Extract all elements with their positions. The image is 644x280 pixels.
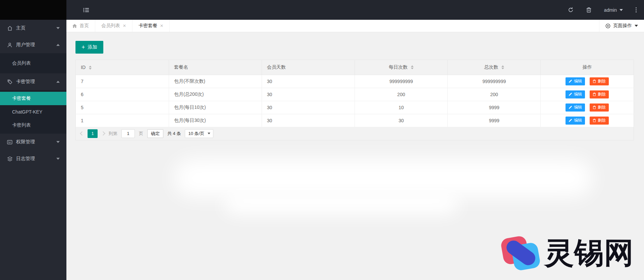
cell-total-count: 999999999 bbox=[448, 75, 541, 88]
cell-actions: 编辑 删除 bbox=[541, 101, 634, 114]
pencil-icon bbox=[569, 106, 572, 109]
pagination-bar: 1 到第 页 确定 共 4 条 10 条/页 bbox=[76, 127, 634, 140]
page-operations-label: 页面操作 bbox=[613, 23, 632, 29]
pencil-icon bbox=[569, 92, 572, 96]
chevron-down-icon bbox=[56, 141, 60, 143]
delete-button[interactable]: 删除 bbox=[590, 90, 609, 98]
sidebar-item-card-plan[interactable]: 卡密套餐 bbox=[0, 92, 66, 105]
confirm-button[interactable]: 确定 bbox=[147, 129, 163, 138]
sidebar-item-card-list[interactable]: 卡密列表 bbox=[0, 119, 66, 132]
close-icon[interactable]: ✕ bbox=[160, 23, 163, 28]
sidebar-item-member-list[interactable]: 会员列表 bbox=[0, 55, 66, 72]
edit-button[interactable]: 编辑 bbox=[566, 90, 585, 98]
chevron-down-icon bbox=[620, 9, 623, 11]
col-header-daily-count[interactable]: 每日次数 bbox=[355, 60, 447, 75]
cell-plan-name: 包月(每日30次) bbox=[169, 114, 262, 127]
chevron-up-icon bbox=[56, 81, 60, 83]
cell-member-days: 30 bbox=[262, 75, 355, 88]
close-icon[interactable]: ✕ bbox=[123, 23, 126, 28]
tab-card-plan[interactable]: 卡密套餐 ✕ bbox=[132, 20, 170, 32]
sort-icon[interactable] bbox=[501, 65, 504, 69]
pencil-icon bbox=[569, 119, 572, 122]
more-vertical-icon[interactable] bbox=[636, 7, 637, 12]
blur-overlay bbox=[224, 191, 459, 215]
cell-daily-count: 999999999 bbox=[355, 75, 447, 88]
plus-icon: + bbox=[82, 44, 85, 50]
home-icon bbox=[72, 24, 77, 28]
main-area: 首页 会员列表 ✕ 卡密套餐 ✕ 页面操作 + 添加 bbox=[66, 20, 644, 280]
col-header-actions: 操作 bbox=[541, 60, 634, 75]
current-page-button[interactable]: 1 bbox=[88, 129, 98, 138]
col-header-total-count[interactable]: 总次数 bbox=[448, 60, 541, 75]
edit-button[interactable]: 编辑 bbox=[566, 117, 585, 125]
page-size-value: 10 条/页 bbox=[188, 131, 204, 137]
sidebar-item-home[interactable]: 主页 bbox=[0, 20, 66, 37]
trash-icon bbox=[593, 106, 596, 109]
tab-member-list[interactable]: 会员列表 ✕ bbox=[95, 20, 132, 32]
col-header-member-days: 会员天数 bbox=[262, 60, 355, 75]
watermark-logo: 灵锡网 bbox=[502, 236, 634, 270]
cell-plan-name: 包月(总200次) bbox=[169, 88, 262, 101]
trash-icon[interactable] bbox=[586, 7, 591, 13]
sidebar-item-permission-management[interactable]: 权限管理 bbox=[0, 134, 66, 150]
sidebar: 主页 用户管理 会员列表 卡密管理 卡密套餐 bbox=[0, 20, 66, 280]
col-header-id[interactable]: ID bbox=[76, 60, 169, 75]
cell-daily-count: 30 bbox=[355, 114, 447, 127]
sidebar-logo-area bbox=[0, 0, 66, 20]
table-row: 6 包月(总200次) 30 200 200 编辑 删除 bbox=[76, 88, 634, 101]
prev-page-icon[interactable] bbox=[80, 131, 84, 136]
sidebar-item-card-management[interactable]: 卡密管理 bbox=[0, 73, 66, 90]
add-button[interactable]: + 添加 bbox=[75, 41, 103, 54]
sort-icon[interactable] bbox=[411, 65, 414, 69]
content-area: + 添加 ID 套餐名 会员天数 每日次数 bbox=[66, 32, 644, 280]
table-row: 5 包月(每日10次) 30 10 9999 编辑 删除 bbox=[76, 101, 634, 114]
col-header-plan-name: 套餐名 bbox=[169, 60, 262, 75]
table-row: 1 包月(每日30次) 30 30 9999 编辑 删除 bbox=[76, 114, 634, 127]
edit-button[interactable]: 编辑 bbox=[566, 77, 585, 85]
sidebar-item-label: 主页 bbox=[16, 25, 25, 31]
chevron-down-icon bbox=[56, 27, 60, 29]
layers-icon bbox=[7, 156, 13, 161]
refresh-icon[interactable] bbox=[568, 7, 574, 13]
id-card-icon bbox=[7, 140, 13, 144]
sidebar-item-chatgpt-key[interactable]: ChatGPT-KEY bbox=[0, 105, 66, 119]
next-page-icon[interactable] bbox=[101, 131, 105, 136]
table-row: 7 包月(不限次数) 30 999999999 999999999 编辑 删除 bbox=[76, 75, 634, 88]
page-operations-dropdown[interactable]: 页面操作 bbox=[599, 20, 644, 32]
tab-bar: 首页 会员列表 ✕ 卡密套餐 ✕ 页面操作 bbox=[66, 20, 644, 32]
sort-icon[interactable] bbox=[89, 66, 92, 70]
page-size-select[interactable]: 10 条/页 bbox=[185, 129, 213, 138]
delete-button[interactable]: 删除 bbox=[590, 77, 609, 85]
user-menu[interactable]: admin bbox=[604, 7, 623, 13]
delete-button[interactable]: 删除 bbox=[590, 103, 609, 112]
cell-id: 5 bbox=[76, 101, 169, 114]
page-unit-label: 页 bbox=[139, 131, 143, 137]
sidebar-item-label: 用户管理 bbox=[16, 42, 35, 48]
sidebar-item-label: 权限管理 bbox=[16, 139, 35, 145]
sidebar-item-label: ChatGPT-KEY bbox=[12, 109, 42, 115]
tab-home[interactable]: 首页 bbox=[66, 20, 95, 32]
sidebar-item-label: 卡密列表 bbox=[12, 122, 31, 128]
chevron-up-icon bbox=[56, 44, 60, 46]
cell-total-count: 9999 bbox=[448, 114, 541, 127]
sidebar-item-label: 卡密套餐 bbox=[12, 95, 31, 101]
cell-id: 6 bbox=[76, 88, 169, 101]
trash-icon bbox=[593, 79, 596, 83]
edit-button[interactable]: 编辑 bbox=[566, 103, 585, 112]
submenu-user-management: 会员列表 bbox=[0, 53, 66, 73]
sidebar-item-log-management[interactable]: 日志管理 bbox=[0, 150, 66, 167]
goto-page-input[interactable] bbox=[121, 129, 135, 138]
tab-label: 卡密套餐 bbox=[139, 23, 157, 29]
trash-icon bbox=[593, 119, 596, 122]
cell-member-days: 30 bbox=[262, 114, 355, 127]
cell-total-count: 200 bbox=[448, 88, 541, 101]
chevron-down-icon bbox=[56, 158, 60, 160]
sidebar-item-user-management[interactable]: 用户管理 bbox=[0, 37, 66, 53]
cell-plan-name: 包月(每日10次) bbox=[169, 101, 262, 114]
username-label: admin bbox=[604, 7, 617, 13]
cell-total-count: 9999 bbox=[448, 101, 541, 114]
tag-icon bbox=[7, 79, 13, 84]
menu-collapse-icon[interactable] bbox=[83, 8, 89, 12]
chevron-down-icon bbox=[635, 25, 638, 27]
delete-button[interactable]: 删除 bbox=[590, 117, 609, 125]
